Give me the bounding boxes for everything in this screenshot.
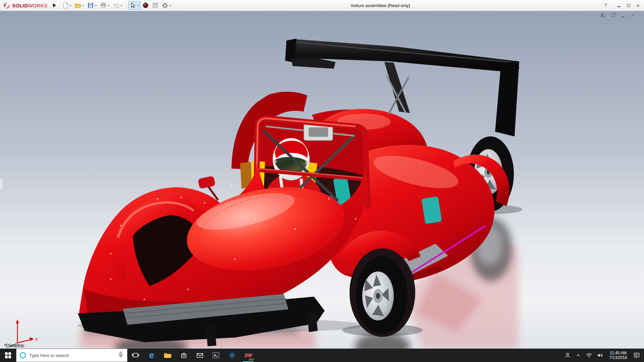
doc-restore-icon bbox=[611, 14, 615, 17]
window-controls: ? × bbox=[601, 1, 644, 10]
triad-x-label: X bbox=[35, 337, 38, 342]
options-gear-icon bbox=[162, 2, 168, 9]
volume-icon bbox=[596, 352, 603, 359]
appearance-sphere-icon bbox=[142, 2, 149, 9]
taskbar: e bbox=[0, 349, 644, 362]
minimize-button[interactable] bbox=[614, 1, 623, 10]
design-table-button[interactable] bbox=[151, 1, 160, 10]
undo-button[interactable]: ▼ bbox=[111, 1, 124, 10]
task-view-button[interactable] bbox=[127, 349, 144, 362]
taskbar-clock[interactable]: 11:45 AM 7/13/2018 bbox=[605, 349, 631, 362]
ds-logo-icon bbox=[3, 2, 11, 9]
graphics-viewport[interactable]: X × *Dimetric bbox=[0, 11, 644, 349]
save-button[interactable]: ▼ bbox=[86, 1, 98, 10]
doc-restore-button[interactable] bbox=[610, 13, 616, 18]
print-icon bbox=[100, 2, 107, 9]
appearance-button[interactable] bbox=[141, 1, 150, 10]
design-table-icon bbox=[152, 2, 159, 9]
solidworks-app-icon: SW bbox=[245, 353, 252, 358]
mail-icon bbox=[196, 351, 204, 359]
app-window: SOLIDWORKS ▼ ▼ ▼ bbox=[0, 0, 644, 362]
document-title: Voiture assemblee [Read-only] bbox=[173, 3, 601, 8]
solidworks-logo: SOLIDWORKS bbox=[3, 2, 48, 9]
action-center-button[interactable] bbox=[631, 349, 642, 362]
command-prompt-icon bbox=[212, 351, 220, 360]
file-explorer-icon bbox=[163, 351, 172, 360]
front-wheel bbox=[356, 256, 408, 335]
options-button[interactable]: ▼ bbox=[160, 1, 173, 10]
brand-text: SOLIDWORKS bbox=[12, 3, 48, 8]
doc-close-button[interactable]: × bbox=[630, 13, 635, 18]
select-cursor-icon bbox=[129, 2, 136, 9]
save-icon bbox=[87, 2, 94, 9]
people-icon bbox=[564, 352, 571, 359]
maximize-button[interactable] bbox=[624, 1, 633, 10]
people-button[interactable] bbox=[562, 349, 573, 362]
doc-split-icon bbox=[601, 14, 605, 17]
minimize-icon bbox=[617, 6, 621, 7]
clock-time: 11:45 AM bbox=[610, 351, 627, 355]
document-window-controls: × bbox=[600, 13, 635, 18]
volume-button[interactable] bbox=[594, 349, 605, 362]
cortana-search-icon[interactable] bbox=[19, 352, 26, 359]
open-icon bbox=[74, 2, 81, 9]
store-button[interactable] bbox=[176, 349, 192, 362]
network-icon bbox=[585, 352, 593, 359]
start-button[interactable] bbox=[0, 349, 16, 362]
mail-button[interactable] bbox=[192, 349, 208, 362]
view-orientation-label: *Dimetric bbox=[4, 343, 24, 348]
help-button[interactable]: ? bbox=[601, 1, 610, 10]
maximize-icon bbox=[627, 4, 630, 7]
solidworks-year-badge: 2017 bbox=[249, 358, 254, 361]
print-button[interactable]: ▼ bbox=[99, 1, 111, 10]
close-button[interactable]: × bbox=[634, 1, 643, 10]
solidworks-app-button[interactable]: SW 2017 bbox=[240, 349, 256, 362]
search-input[interactable] bbox=[29, 349, 114, 362]
app-title-bar: SOLIDWORKS ▼ ▼ ▼ bbox=[0, 0, 644, 11]
new-document-button[interactable]: ▼ bbox=[61, 1, 73, 10]
edge-icon: e bbox=[149, 351, 154, 360]
undo-icon bbox=[113, 2, 119, 9]
new-document-icon bbox=[62, 2, 69, 9]
open-button[interactable]: ▼ bbox=[73, 1, 86, 10]
quick-access-toolbar: ▼ ▼ ▼ ▼ bbox=[61, 1, 173, 10]
featuremanager-collapsed-tab[interactable] bbox=[0, 178, 3, 190]
store-icon bbox=[180, 351, 188, 359]
network-button[interactable] bbox=[584, 349, 594, 362]
edge-browser-button[interactable]: e bbox=[144, 349, 160, 362]
doc-minimize-button[interactable] bbox=[620, 13, 626, 18]
tray-expand-icon bbox=[575, 352, 582, 359]
command-prompt-button[interactable] bbox=[208, 349, 224, 362]
clock-date: 7/13/2018 bbox=[609, 355, 627, 360]
taskbar-search[interactable] bbox=[16, 349, 127, 362]
menu-expand-arrow[interactable] bbox=[53, 3, 56, 7]
microphone-icon[interactable] bbox=[117, 351, 124, 360]
select-tool-button[interactable]: ▼ bbox=[128, 1, 141, 10]
blue-emblem-app-button[interactable] bbox=[224, 349, 240, 362]
task-view-icon bbox=[131, 351, 140, 359]
show-desktop-button[interactable] bbox=[642, 349, 644, 362]
tray-expand-button[interactable] bbox=[573, 349, 584, 362]
action-center-icon bbox=[633, 352, 640, 359]
doc-split-button[interactable] bbox=[600, 13, 606, 18]
start-icon bbox=[5, 352, 11, 358]
doc-minimize-icon bbox=[621, 16, 625, 17]
toolbar-separator bbox=[126, 2, 126, 9]
blue-emblem-app-icon bbox=[228, 351, 236, 360]
3d-scene[interactable]: X bbox=[0, 11, 644, 349]
file-explorer-button[interactable] bbox=[160, 349, 176, 362]
